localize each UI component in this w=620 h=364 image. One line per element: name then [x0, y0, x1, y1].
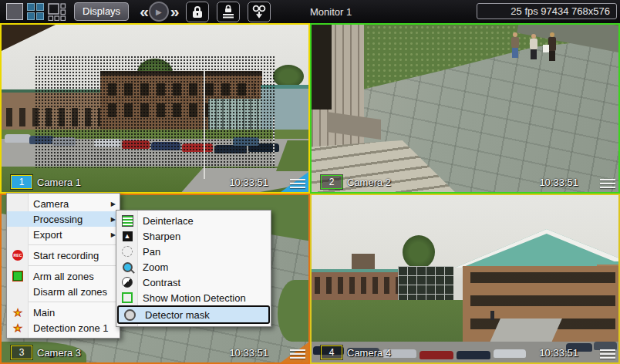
camera-2-timestamp: 10:33:51: [539, 177, 578, 188]
camera-1-view[interactable]: 1 Camera 1 10:33:51: [0, 23, 310, 194]
menu-item-camera[interactable]: Camera ▶: [7, 196, 120, 211]
rec-icon: REC: [12, 250, 23, 261]
camera-1-label: Camera 1: [37, 177, 81, 188]
zone-armed-icon: [13, 271, 22, 281]
reel-download-icon: [251, 4, 267, 19]
menu-item-start-recording[interactable]: REC Start recording: [7, 248, 120, 263]
pedestrian-1: [510, 32, 520, 59]
submenu-item-detector-mask[interactable]: Detector mask: [117, 305, 270, 324]
camera-context-menu: Camera ▶ Processing ▶ Export ▶ REC Start…: [6, 193, 120, 339]
menu-item-detection-zone-1[interactable]: ★ Detection zone 1: [7, 320, 120, 335]
camera-4-menu-icon[interactable]: [600, 349, 615, 359]
detector-mask-overlay: [35, 56, 275, 168]
camera-4-timestamp: 10:33:51: [539, 347, 578, 359]
displays-button[interactable]: Displays: [74, 2, 129, 21]
stream-status-badge: 25 fps 97434 768x576: [477, 3, 617, 19]
monitor-label: Monitor 1: [310, 0, 352, 23]
camera-2-video: [312, 25, 618, 192]
submenu-item-show-motion-detection[interactable]: Show Motion Detection: [116, 290, 271, 305]
camera-2-menu-icon[interactable]: [600, 178, 615, 189]
menu-item-main[interactable]: ★ Main: [7, 305, 120, 320]
motion-detection-icon: [123, 293, 132, 302]
detector-mask-icon: [124, 309, 136, 321]
lock-icon: [191, 5, 204, 19]
lock-button[interactable]: [186, 2, 209, 22]
camera-1-video: [2, 25, 308, 192]
camera-2-number-badge: 2: [321, 175, 342, 189]
camera-2-label: Camera 2: [347, 177, 391, 188]
camera-1-menu-icon[interactable]: [290, 178, 305, 189]
menu-item-export[interactable]: Export ▶: [7, 227, 120, 242]
lock-layout-icon: [221, 5, 235, 19]
camera-4-video: [312, 195, 618, 362]
play-icon[interactable]: ▶: [149, 2, 169, 22]
layout-switcher: [6, 3, 66, 21]
video-surveillance-app: Displays « ▶ »: [0, 0, 620, 364]
layout-single-icon[interactable]: [6, 3, 23, 20]
camera-3-timestamp: 10:33:51: [229, 347, 268, 359]
camera-4-number-badge: 4: [321, 345, 342, 359]
top-toolbar: Displays « ▶ »: [0, 0, 620, 23]
layout-quad-icon[interactable]: [27, 3, 44, 20]
pedestrian-4: [490, 311, 494, 320]
lock-layout-button[interactable]: [217, 2, 240, 22]
sharpen-icon: ▲: [123, 231, 133, 241]
zoom-icon: [123, 262, 133, 272]
pedestrian-2: [529, 34, 538, 60]
submenu-item-sharpen[interactable]: ▲ Sharpen: [116, 228, 271, 244]
camera-1-timestamp: 10:33:51: [229, 177, 268, 188]
contrast-icon: [122, 277, 133, 288]
menu-separator: [29, 265, 118, 266]
camera-3-number-badge: 3: [11, 345, 32, 359]
menu-item-processing[interactable]: Processing ▶: [7, 211, 120, 227]
menu-separator: [29, 244, 118, 245]
step-forward-icon[interactable]: »: [170, 4, 178, 19]
pan-icon: [122, 246, 133, 257]
camera-2-view[interactable]: 2 Camera 2 10:33:51: [310, 23, 620, 194]
menu-item-arm-all-zones[interactable]: Arm all zones: [7, 268, 120, 284]
deinterlace-icon: [122, 215, 133, 227]
unload-video-button[interactable]: [248, 2, 271, 22]
menu-separator: [29, 302, 118, 302]
playback-transport: « ▶ »: [140, 2, 177, 22]
menu-item-disarm-all-zones[interactable]: Disarm all zones: [7, 284, 120, 299]
camera-4-view[interactable]: 4 Camera 4 10:33:51: [310, 194, 620, 364]
submenu-item-contrast[interactable]: Contrast: [116, 275, 271, 290]
processing-submenu: Deinterlace ▲ Sharpen Pan Zoom Contrast …: [116, 210, 271, 327]
star-icon: ★: [13, 308, 22, 318]
submenu-item-zoom[interactable]: Zoom: [116, 259, 271, 275]
camera-1-number-badge: 1: [11, 175, 32, 189]
carried-papers: [543, 45, 549, 52]
submenu-arrow-icon: ▶: [111, 201, 116, 207]
camera-3-menu-icon[interactable]: [290, 349, 305, 359]
layout-mixed-icon[interactable]: [48, 3, 66, 21]
submenu-item-pan[interactable]: Pan: [116, 244, 271, 259]
camera-4-label: Camera 4: [347, 347, 391, 359]
step-back-icon[interactable]: «: [140, 4, 147, 19]
star-icon: ★: [13, 323, 22, 333]
submenu-item-deinterlace[interactable]: Deinterlace: [116, 213, 271, 228]
camera-3-label: Camera 3: [37, 347, 81, 359]
